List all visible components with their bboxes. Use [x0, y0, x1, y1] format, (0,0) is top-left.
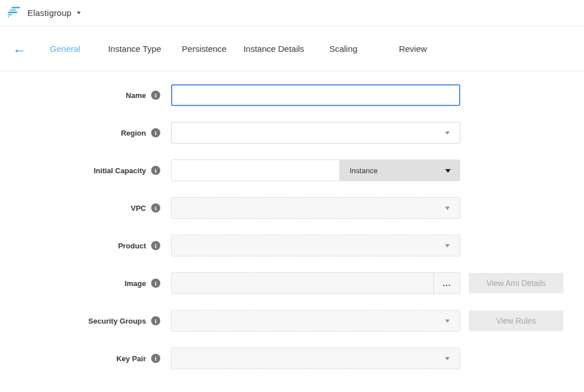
- initial-capacity-input[interactable]: [171, 160, 340, 181]
- info-icon[interactable]: i: [151, 354, 160, 363]
- product-row: Product i ▼: [0, 235, 584, 256]
- name-input[interactable]: [171, 84, 460, 106]
- image-picker-value: [172, 273, 433, 293]
- image-label: Image: [124, 279, 146, 288]
- security-groups-row: Security Groups i ▼ View Rules: [0, 310, 584, 332]
- info-icon[interactable]: i: [151, 166, 160, 175]
- security-groups-select[interactable]: ▼: [171, 310, 460, 332]
- tab-review[interactable]: Review: [378, 44, 448, 54]
- region-select[interactable]: ▼: [171, 122, 460, 144]
- vpc-select[interactable]: ▼: [171, 197, 460, 219]
- region-row: Region i ▼: [0, 122, 584, 144]
- view-ami-details-button[interactable]: View Ami Details: [469, 273, 563, 293]
- name-row: Name i: [0, 84, 584, 106]
- info-icon[interactable]: i: [151, 241, 160, 250]
- tab-scaling[interactable]: Scaling: [309, 44, 378, 54]
- chevron-down-icon: ▼: [443, 167, 452, 174]
- product-select[interactable]: ▼: [171, 235, 460, 256]
- initial-capacity-row: Initial Capacity i Instance ▼: [0, 160, 584, 181]
- view-rules-button[interactable]: View Rules: [469, 311, 563, 331]
- security-groups-label: Security Groups: [88, 317, 146, 325]
- wizard-tabs: General Instance Type Persistence Instan…: [30, 44, 448, 54]
- chevron-down-icon: ▼: [444, 356, 451, 361]
- chevron-down-icon: ▼: [444, 318, 451, 324]
- back-arrow-icon[interactable]: ←: [13, 42, 25, 55]
- chevron-down-icon: ▼: [444, 243, 451, 248]
- region-label: Region: [121, 129, 146, 137]
- name-label: Name: [126, 91, 146, 100]
- general-settings-form: Name i Region i ▼ Initial Capacity i: [0, 71, 584, 369]
- chevron-down-icon: ▼: [444, 130, 451, 136]
- product-label: Product: [118, 242, 146, 250]
- capacity-unit-select[interactable]: Instance ▼: [340, 160, 460, 181]
- tab-persistence[interactable]: Persistence: [169, 44, 239, 54]
- key-pair-row: Key Pair i ▼: [0, 348, 584, 369]
- key-pair-label: Key Pair: [116, 354, 146, 363]
- info-icon[interactable]: i: [151, 91, 160, 100]
- app-switcher-caret-icon: ▼: [76, 10, 82, 15]
- wizard-tab-bar: ← General Instance Type Persistence Inst…: [0, 26, 584, 71]
- tab-instance-details[interactable]: Instance Details: [239, 44, 309, 54]
- info-icon[interactable]: i: [151, 128, 160, 137]
- chevron-down-icon: ▼: [444, 205, 451, 211]
- tab-general[interactable]: General: [30, 44, 100, 54]
- image-picker[interactable]: ...: [171, 272, 460, 294]
- vpc-row: VPC i ▼: [0, 197, 584, 219]
- elastigroup-logo-icon: [8, 6, 22, 21]
- ellipsis-browse-icon[interactable]: ...: [433, 273, 460, 293]
- info-icon[interactable]: i: [151, 203, 160, 213]
- initial-capacity-label: Initial Capacity: [94, 166, 146, 175]
- info-icon[interactable]: i: [151, 279, 160, 288]
- app-title: Elastigroup: [27, 8, 71, 18]
- top-bar: Elastigroup ▼: [0, 0, 584, 26]
- info-icon[interactable]: i: [151, 316, 160, 325]
- vpc-label: VPC: [131, 204, 146, 213]
- key-pair-select[interactable]: ▼: [171, 348, 460, 369]
- tab-instance-type[interactable]: Instance Type: [100, 44, 169, 54]
- app-switcher[interactable]: Elastigroup ▼: [8, 6, 81, 21]
- capacity-unit-value: Instance: [350, 166, 378, 175]
- image-row: Image i ... View Ami Details: [0, 272, 584, 294]
